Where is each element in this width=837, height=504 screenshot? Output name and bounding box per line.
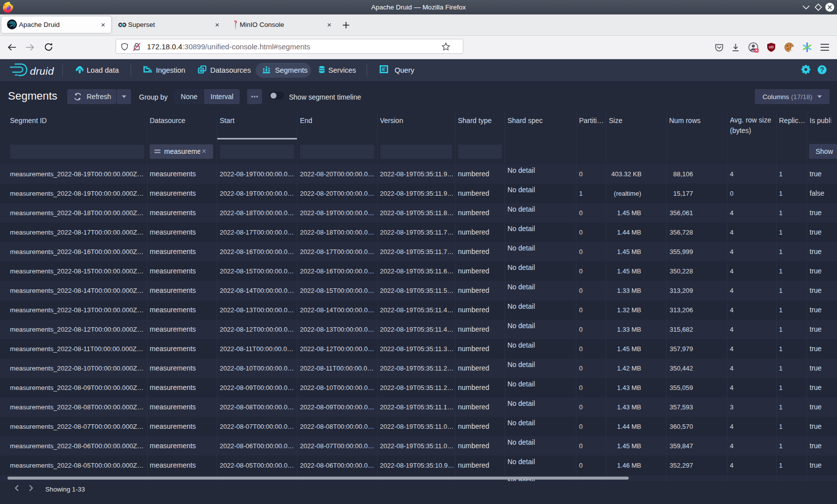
svg-text:UO: UO [769, 45, 774, 49]
svg-text:?: ? [820, 66, 825, 74]
